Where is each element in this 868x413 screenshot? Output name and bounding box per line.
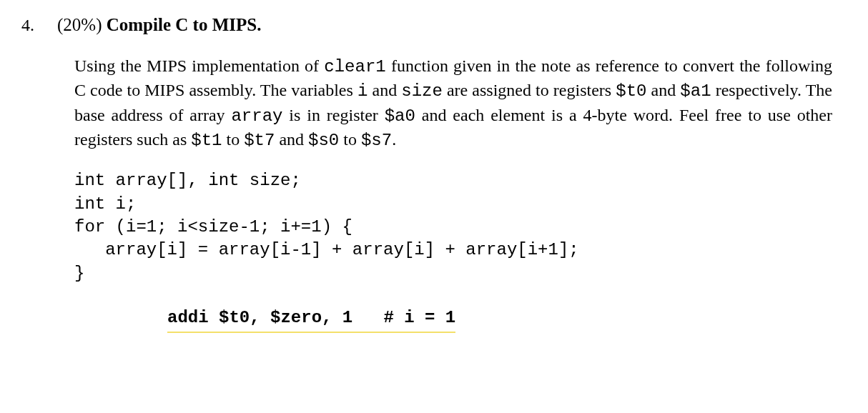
asm-answer-area: addi $t0, $zero, 1 # i = 1 [167, 305, 832, 332]
prompt-paragraph: Using the MIPS implementation of clear1 … [74, 54, 832, 153]
text-segment: Using the MIPS implementation of [74, 56, 324, 75]
text-segment: and [275, 130, 308, 149]
text-segment: . [392, 130, 396, 149]
c-code-block: int array[], int size; int i; for (i=1; … [74, 169, 832, 285]
text-segment: and [646, 81, 680, 99]
text-segment: and [368, 81, 401, 99]
question-number: 4. [21, 14, 57, 36]
text-segment: to [339, 130, 361, 149]
code-inline-t7: $t7 [244, 131, 275, 150]
code-inline-a0: $a0 [385, 106, 415, 126]
code-inline-s0: $s0 [308, 131, 339, 150]
text-segment: to [222, 130, 245, 149]
code-inline-clear1: clear1 [324, 57, 385, 76]
question-title: (20%) Compile C to MIPS. [57, 13, 261, 37]
asm-line-1: addi $t0, $zero, 1 # i = 1 [167, 307, 455, 332]
question-body: Using the MIPS implementation of clear1 … [74, 54, 832, 333]
text-segment: are assigned to registers [443, 81, 616, 99]
code-inline-t0: $t0 [616, 81, 646, 101]
code-inline-s7: $s7 [361, 131, 392, 150]
code-inline-t1: $t1 [191, 131, 222, 150]
question-header: 4. (20%) Compile C to MIPS. [21, 13, 847, 37]
code-inline-array: array [231, 106, 282, 126]
question-percent: (20%) [57, 15, 107, 34]
question-title-text: Compile C to MIPS. [107, 15, 262, 34]
text-segment: is in register [282, 106, 384, 124]
code-inline-a1: $a1 [680, 81, 711, 101]
code-inline-i: i [357, 81, 368, 101]
code-inline-size: size [401, 81, 443, 101]
